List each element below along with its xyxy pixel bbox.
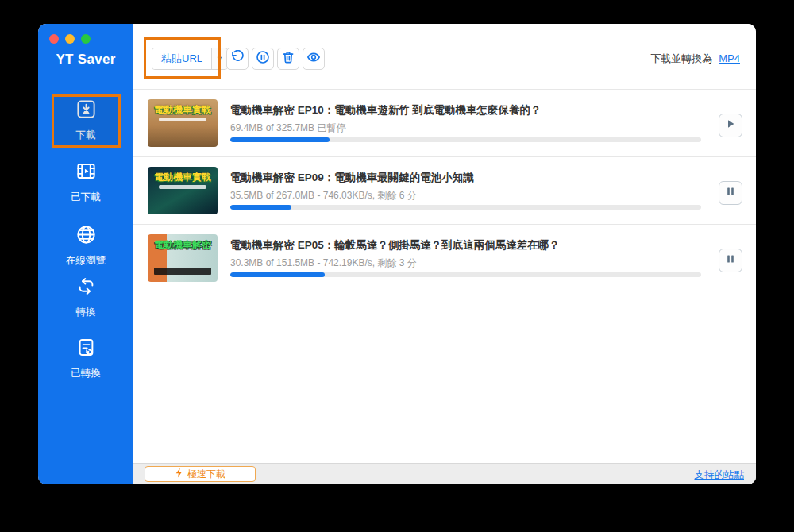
paste-url-control: 粘貼URL ▼ <box>152 48 228 70</box>
download-item: 電動機車實戰 電動機車解密 EP09：電動機車最關鍵的電池小知識 35.5MB … <box>133 156 756 224</box>
download-item: 電動機車解密 電動機車解密 EP05：輪轂馬達？側掛馬達？到底這兩個馬達差在哪？… <box>133 224 756 291</box>
pause-button[interactable] <box>719 249 742 272</box>
paste-url-button[interactable]: 粘貼URL <box>152 48 211 69</box>
thumbnail-caption-bar <box>159 185 206 189</box>
pause-icon <box>725 186 736 200</box>
preview-button[interactable] <box>303 48 325 70</box>
chevron-down-icon: ▼ <box>216 55 223 63</box>
format-selector: 下載並轉換為MP4 <box>650 52 740 66</box>
progress-fill <box>230 205 291 210</box>
sidebar-item-convert[interactable]: 轉換 <box>38 276 133 319</box>
app-logo: YT Saver <box>38 52 133 67</box>
download-status: 30.3MB of 151.5MB - 742.19KB/s, 剩餘 3 分 <box>230 256 417 270</box>
play-icon <box>725 118 736 133</box>
pause-button[interactable] <box>719 181 742 205</box>
thumbnail-title: 電動機車解密 <box>148 238 218 252</box>
sidebar-item-label: 已下載 <box>71 191 101 204</box>
thumbnail-caption-bar <box>154 268 211 275</box>
progress-bar <box>230 137 701 142</box>
progress-bar <box>230 272 701 277</box>
restart-icon <box>230 50 245 67</box>
sidebar-item-label: 在線瀏覽 <box>66 254 106 268</box>
paste-url-dropdown[interactable]: ▼ <box>211 48 227 69</box>
footer-bar: 極速下載 支持的站點 <box>133 463 756 484</box>
eye-icon <box>306 50 321 67</box>
sidebar-item-label: 已轉換 <box>71 367 101 380</box>
zoom-button[interactable] <box>81 34 91 44</box>
minimize-button[interactable] <box>65 34 75 44</box>
download-item: 電動機車實戰 電動機車解密 EP10：電動機車遊新竹 到底電動機車怎麼保養的？ … <box>133 89 756 156</box>
sidebar-item-converted[interactable]: 已轉換 <box>38 337 133 380</box>
video-title: 電動機車解密 EP05：輪轂馬達？側掛馬達？到底這兩個馬達差在哪？ <box>230 238 708 253</box>
thumbnail-title: 電動機車實戰 <box>148 171 218 184</box>
close-button[interactable] <box>49 34 59 44</box>
delete-button[interactable] <box>277 48 299 70</box>
trash-icon <box>281 50 295 67</box>
restart-button[interactable] <box>226 48 249 70</box>
lightning-icon <box>175 468 183 480</box>
turbo-download-button[interactable]: 極速下載 <box>145 466 256 482</box>
video-thumbnail: 電動機車解密 <box>148 234 218 282</box>
pause-all-button[interactable] <box>252 48 274 70</box>
turbo-download-label: 極速下載 <box>187 468 225 481</box>
progress-bar <box>230 205 701 210</box>
format-label: 下載並轉換為 <box>650 52 712 64</box>
video-title: 電動機車解密 EP09：電動機車最關鍵的電池小知識 <box>230 171 708 185</box>
convert-icon <box>75 276 97 300</box>
sidebar-item-downloaded[interactable]: 已下載 <box>38 160 133 204</box>
sidebar-item-download[interactable]: 下載 <box>38 98 133 142</box>
download-list: 電動機車實戰 電動機車解密 EP10：電動機車遊新竹 到底電動機車怎麼保養的？ … <box>133 89 756 291</box>
video-title: 電動機車解密 EP10：電動機車遊新竹 到底電動機車怎麼保養的？ <box>230 103 708 118</box>
app-window: YT Saver 下載 已下載 在線瀏覽 轉換 已轉換 粘貼URL ▼ <box>38 24 756 484</box>
video-thumbnail: 電動機車實戰 <box>148 167 218 214</box>
download-icon <box>75 98 97 123</box>
download-status: 35.5MB of 267.0MB - 746.03KB/s, 剩餘 6 分 <box>230 189 417 202</box>
sidebar-item-label: 轉換 <box>76 306 96 319</box>
main-panel: 粘貼URL ▼ 下載並轉換為MP4 電動機車實戰 <box>133 24 756 484</box>
progress-fill <box>230 272 325 277</box>
sidebar-item-online-browse[interactable]: 在線瀏覽 <box>38 224 133 268</box>
supported-sites-link[interactable]: 支持的站點 <box>695 468 745 482</box>
format-value-link[interactable]: MP4 <box>719 52 740 64</box>
downloaded-icon <box>75 160 97 185</box>
progress-fill <box>230 137 330 142</box>
thumbnail-caption-bar <box>159 118 206 121</box>
thumbnail-title: 電動機車實戰 <box>148 103 218 117</box>
video-thumbnail: 電動機車實戰 <box>148 99 218 147</box>
globe-icon <box>75 224 97 249</box>
pause-icon <box>725 253 736 268</box>
toolbar: 粘貼URL ▼ 下載並轉換為MP4 <box>133 24 756 89</box>
window-controls <box>49 34 91 44</box>
resume-button[interactable] <box>719 114 742 137</box>
sidebar: YT Saver 下載 已下載 在線瀏覽 轉換 已轉換 <box>38 24 133 484</box>
converted-icon <box>75 337 97 361</box>
sidebar-item-label: 下載 <box>76 129 96 142</box>
pause-circle-icon <box>256 50 270 67</box>
download-status: 69.4MB of 325.7MB 已暫停 <box>230 121 345 135</box>
empty-area <box>133 291 756 463</box>
